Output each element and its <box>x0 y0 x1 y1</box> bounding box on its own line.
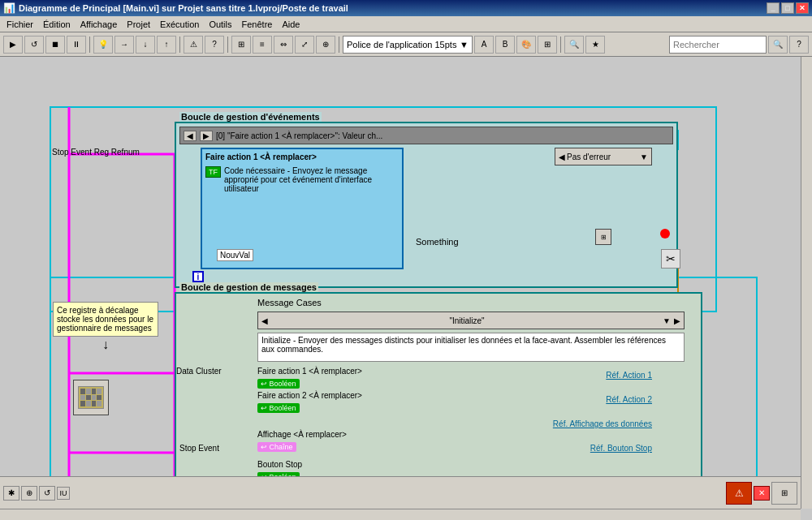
font-color-btn[interactable]: 🎨 <box>516 36 536 54</box>
action-header: Faire action 1 <À remplacer> <box>202 149 402 165</box>
distribute-button[interactable]: ⇔ <box>274 36 293 54</box>
case-header: ◀ ▶ [0] "Faire action 1 <À remplacer>": … <box>179 127 673 144</box>
ref-affichage[interactable]: Réf. Affichage des données <box>553 419 652 428</box>
case-nav-l[interactable]: ◀ <box>261 316 268 325</box>
sep1 <box>89 37 90 53</box>
error-label: Pas d'erreur <box>567 153 611 161</box>
title-text: 📊 Diagramme de Principal [Main.vi] sur P… <box>3 2 348 14</box>
maximize-button[interactable]: □ <box>781 2 794 14</box>
case-arrow[interactable]: ▼ <box>663 316 671 325</box>
app-icon: 📊 <box>3 2 15 14</box>
sep4 <box>339 37 339 53</box>
search-input[interactable] <box>669 36 767 54</box>
case-nav-right[interactable]: ▶ <box>200 131 213 141</box>
ref-action2[interactable]: Réf. Action 2 <box>606 395 652 404</box>
action1-terminal-row: ↩ Booléen <box>257 379 300 389</box>
nav-right-small[interactable]: ▼ <box>640 153 648 161</box>
error-icon-btn[interactable]: ⚠ <box>726 482 752 505</box>
affichage-terminal-row: ↩ Chaîne <box>257 442 296 452</box>
zoom-btn[interactable]: 🔍 <box>564 36 584 54</box>
msg-case-selector[interactable]: ◀ "Initialize" ▼ ▶ <box>257 312 685 329</box>
case-nav-r[interactable]: ▶ <box>674 316 680 325</box>
menu-fichier[interactable]: Fichier <box>2 18 38 31</box>
bottom-run-btn[interactable]: ✱ <box>3 486 19 501</box>
window-title: Diagramme de Principal [Main.vi] sur Pro… <box>19 3 348 13</box>
menu-edition[interactable]: Édition <box>38 18 76 31</box>
close-red-btn[interactable]: ✕ <box>754 486 770 501</box>
bool-terminal-2: ↩ Booléen <box>257 403 300 413</box>
menu-aide[interactable]: Aide <box>277 18 304 31</box>
search-button[interactable]: 🔍 <box>768 36 788 54</box>
connector-box-1: ⊞ <box>595 229 611 245</box>
data-grid-icon <box>78 386 104 409</box>
scrollbar-horizontal[interactable] <box>0 509 801 520</box>
arrow-down-icon: ↓ <box>102 337 109 352</box>
sep3 <box>227 37 228 53</box>
menu-outils[interactable]: Outils <box>204 18 236 31</box>
toolbar: ▶ ↺ ⏹ ⏸ 💡 → ↓ ↑ ⚠ ? ⊞ ≡ ⇔ ⤢ ⊕ Police de … <box>0 32 812 57</box>
ctx-help-button[interactable]: ? <box>205 36 224 54</box>
ref-action1[interactable]: Réf. Action 1 <box>606 371 652 380</box>
scrollbar-vertical[interactable] <box>801 57 812 509</box>
nav-left-small[interactable]: ◀ <box>559 153 565 161</box>
window-controls[interactable]: _ □ ✕ <box>767 2 809 14</box>
arrange-button[interactable]: ⊞ <box>231 36 251 54</box>
case-nav-left[interactable]: ◀ <box>184 131 197 141</box>
stop-event-diag-label: Stop Event <box>179 444 219 453</box>
sep5 <box>560 37 561 53</box>
font-dropdown[interactable]: Police de l'application 15pts ▼ <box>343 36 473 54</box>
menu-fenetre[interactable]: Fenêtre <box>237 18 278 31</box>
ref-stop[interactable]: Réf. Bouton Stop <box>590 444 652 453</box>
stop-event-label: Stop Event Reg Refnum <box>52 148 140 157</box>
step-out-button[interactable]: ↑ <box>157 36 176 54</box>
title-bar: 📊 Diagramme de Principal [Main.vi] sur P… <box>0 0 812 16</box>
run-button[interactable]: ▶ <box>3 36 23 54</box>
align-left-btn[interactable]: ⊞ <box>538 36 557 54</box>
action2-terminal-row: ↩ Booléen <box>257 403 300 413</box>
font-size-btn[interactable]: A <box>474 36 494 54</box>
abort-button[interactable]: ⏹ <box>45 36 65 54</box>
menu-affichage[interactable]: Affichage <box>76 18 123 31</box>
data-cluster-label: Data Cluster <box>176 367 222 376</box>
nouv-val-box: NouvVal <box>217 249 253 261</box>
tf-box: TF <box>205 166 221 178</box>
bottom-tool-btn1[interactable]: ⊕ <box>21 486 37 501</box>
align-button[interactable]: ≡ <box>253 36 272 54</box>
bottom-tool-btn2[interactable]: ↺ <box>39 486 55 501</box>
menu-bar: Fichier Édition Affichage Projet Exécuti… <box>0 16 812 32</box>
diagram-canvas[interactable]: Boucle de gestion d'événements ◀ ▶ [0] "… <box>0 57 812 520</box>
event-loop-label: Boucle de gestion d'événements <box>179 112 322 122</box>
info-badge-1: i <box>192 271 204 282</box>
warn-button[interactable]: ⚠ <box>184 36 203 54</box>
error-selector[interactable]: ◀ Pas d'erreur ▼ <box>555 148 652 165</box>
msg-loop-label: Boucle de gestion de messages <box>179 282 318 292</box>
run-cont-button[interactable]: ↺ <box>24 36 44 54</box>
highlight-button[interactable]: 💡 <box>93 36 113 54</box>
resize-button[interactable]: ⤢ <box>295 36 314 54</box>
pause-button[interactable]: ⏸ <box>67 36 86 54</box>
event-loop: Boucle de gestion d'événements ◀ ▶ [0] "… <box>175 122 678 288</box>
step-over-button[interactable]: → <box>114 36 134 54</box>
scissors-icon[interactable]: ✂ <box>661 249 680 269</box>
menu-execution[interactable]: Exécution <box>155 18 204 31</box>
zoom-ctrl-btn[interactable]: ⊞ <box>771 482 797 505</box>
help-button[interactable]: ? <box>789 36 809 54</box>
menu-projet[interactable]: Projet <box>122 18 155 31</box>
sep2 <box>179 37 180 53</box>
bouton-stop-label: Bouton Stop <box>257 460 302 469</box>
action-code: Code nécessaire - Envoyez le message app… <box>224 166 399 193</box>
action1-label: Faire action 1 <À remplacer> <box>257 367 362 376</box>
case-title: [0] "Faire action 1 <À remplacer>": Vale… <box>216 131 382 140</box>
close-button[interactable]: ✕ <box>796 2 809 14</box>
bool-terminal-1: ↩ Booléen <box>257 379 300 389</box>
font-style-btn[interactable]: B <box>495 36 515 54</box>
init-desc-box: Initialize - Envoyer des messages distin… <box>257 333 685 362</box>
affichage-label: Affichage <À remplacer> <box>257 430 347 439</box>
bottom-toolbar: ✱ ⊕ ↺ IU ⚠ ✕ ⊞ <box>0 476 801 509</box>
order-button[interactable]: ⊕ <box>316 36 335 54</box>
string-terminal: ↩ Chaîne <box>257 442 296 452</box>
dropdown-arrow: ▼ <box>460 40 469 49</box>
extra-btn[interactable]: ★ <box>585 36 605 54</box>
minimize-button[interactable]: _ <box>767 2 780 14</box>
step-into-button[interactable]: ↓ <box>136 36 155 54</box>
